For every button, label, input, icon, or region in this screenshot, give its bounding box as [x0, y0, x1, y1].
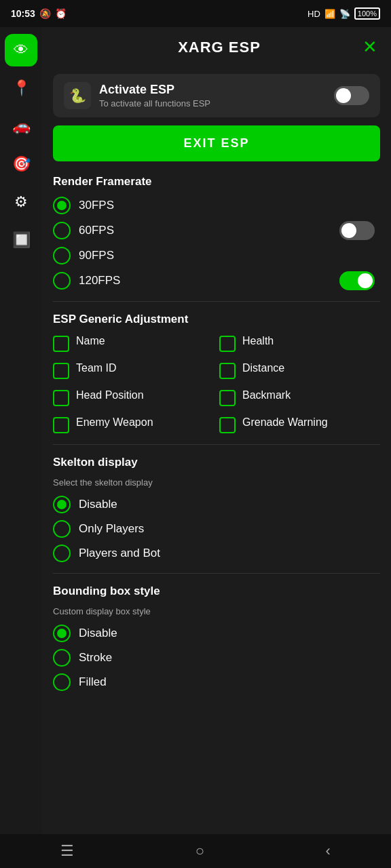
nav-home-button[interactable]: ○	[182, 837, 218, 865]
exit-esp-button[interactable]: EXIT ESP	[53, 125, 380, 161]
bounding-stroke[interactable]: Stroke	[53, 649, 380, 667]
checkbox-backmark-label: Backmark	[242, 389, 291, 403]
checkbox-distance-box	[219, 363, 236, 379]
fps-120-toggle-knob	[358, 273, 373, 288]
checkbox-grenadewarning-label: Grenade Warning	[242, 416, 328, 430]
close-button[interactable]: ✕	[362, 37, 377, 58]
sidebar-item-location[interactable]: 📍	[5, 72, 37, 104]
fps-120-item[interactable]: 120FPS	[53, 272, 120, 290]
checkbox-backmark[interactable]: Backmark	[219, 389, 380, 406]
bounding-box-section: Bounding box style Custom display box st…	[53, 585, 380, 691]
checkbox-headposition-label: Head Position	[76, 389, 144, 403]
nav-back-button[interactable]: ‹	[312, 837, 343, 865]
status-right: HD 📶 📡 100%	[308, 7, 380, 20]
status-bar: 10:53 🔕 ⏰ HD 📶 📡 100%	[0, 0, 391, 27]
snake-icon: 🐍	[69, 87, 86, 104]
sidebar-item-chip[interactable]: 🔲	[5, 224, 37, 256]
fps-90-radio	[53, 247, 71, 264]
bounding-title: Bounding box style	[53, 585, 380, 598]
activate-toggle[interactable]	[334, 86, 369, 105]
fps-60-toggle-knob	[341, 223, 356, 238]
esp-checkbox-grid: Name Health Team ID Distance	[53, 334, 380, 433]
bounding-stroke-radio	[53, 649, 71, 667]
checkbox-enemyweapon[interactable]: Enemy Weapon	[53, 416, 214, 433]
checkbox-health-label: Health	[242, 334, 274, 349]
bounding-disable[interactable]: Disable	[53, 625, 380, 642]
fps-30-radio	[53, 197, 71, 214]
signal-icon: 📶	[324, 9, 335, 19]
activate-esp-row: 🐍 Activate ESP To activate all functions…	[53, 74, 380, 117]
checkbox-health[interactable]: Health	[219, 334, 380, 352]
render-framerate-section: Render Framerate 30FPS 60FPS 90F	[53, 175, 380, 290]
divider-2	[53, 444, 380, 445]
sidebar-item-car[interactable]: 🚗	[5, 110, 37, 142]
checkbox-grenadewarning[interactable]: Grenade Warning	[219, 416, 380, 433]
activate-title: Activate ESP	[99, 83, 326, 97]
bounding-disable-label: Disable	[79, 627, 117, 640]
bottom-nav: ☰ ○ ‹	[0, 834, 391, 868]
checkbox-enemyweapon-label: Enemy Weapon	[76, 416, 153, 430]
battery-icon: 100%	[354, 7, 380, 20]
fps-60-toggle[interactable]	[339, 221, 375, 240]
fps-90-item[interactable]: 90FPS	[53, 247, 380, 264]
skelton-desc: Select the skelton display	[53, 477, 380, 488]
skelton-disable-label: Disable	[79, 498, 117, 511]
activate-icon: 🐍	[64, 82, 91, 109]
car-icon: 🚗	[12, 117, 31, 135]
sidebar: 👁 📍 🚗 🎯 ⚙ 🔲	[0, 27, 42, 834]
divider-1	[53, 301, 380, 302]
content-area: 🐍 Activate ESP To activate all functions…	[42, 67, 391, 745]
fps-120-label: 120FPS	[79, 274, 120, 288]
checkbox-name[interactable]: Name	[53, 334, 214, 352]
alarm-icon: ⏰	[55, 8, 67, 19]
skelton-disable-radio	[53, 496, 71, 513]
checkbox-name-box	[53, 336, 69, 352]
skelton-onlyplayers[interactable]: Only Players	[53, 520, 380, 538]
hd-badge: HD	[308, 9, 320, 19]
status-left: 10:53 🔕 ⏰	[11, 8, 67, 19]
header: XARG ESP ✕	[42, 27, 391, 67]
skelton-onlyplayers-radio	[53, 520, 71, 538]
fps-120-row: 120FPS	[53, 271, 380, 290]
main-panel: XARG ESP ✕ 🐍 Activate ESP To activate al…	[42, 27, 391, 834]
checkbox-grenadewarning-box	[219, 417, 236, 433]
skelton-disable[interactable]: Disable	[53, 496, 380, 513]
location-icon: 📍	[12, 79, 31, 97]
checkbox-teamid-box	[53, 363, 69, 379]
render-framerate-title: Render Framerate	[53, 175, 380, 189]
fps-120-toggle[interactable]	[339, 271, 375, 290]
checkbox-headposition[interactable]: Head Position	[53, 389, 214, 406]
wifi-icon: 📡	[339, 9, 350, 19]
activate-desc: To activate all functions ESP	[99, 98, 326, 108]
fps-60-item[interactable]: 60FPS	[53, 222, 114, 239]
checkbox-name-label: Name	[76, 334, 105, 349]
fps-60-radio	[53, 222, 71, 239]
checkbox-distance[interactable]: Distance	[219, 361, 380, 379]
app-title: XARG ESP	[76, 39, 362, 56]
fps-30-item[interactable]: 30FPS	[53, 197, 380, 214]
skelton-playersbot-label: Players and Bot	[79, 547, 160, 560]
fps-60-row: 60FPS	[53, 221, 380, 240]
mute-icon: 🔕	[39, 8, 51, 19]
target-icon: 🎯	[12, 155, 31, 173]
checkbox-teamid[interactable]: Team ID	[53, 361, 214, 379]
divider-3	[53, 573, 380, 574]
sidebar-item-target[interactable]: 🎯	[5, 148, 37, 180]
eye-icon: 👁	[14, 41, 29, 59]
skelton-title: Skelton display	[53, 456, 380, 469]
checkbox-teamid-label: Team ID	[76, 361, 117, 376]
bounding-filled-radio	[53, 673, 71, 691]
sidebar-item-settings[interactable]: ⚙	[5, 186, 37, 218]
nav-menu-button[interactable]: ☰	[47, 837, 88, 865]
bounding-filled[interactable]: Filled	[53, 673, 380, 691]
checkbox-enemyweapon-box	[53, 417, 69, 433]
sidebar-item-eye[interactable]: 👁	[5, 34, 37, 66]
skelton-display-section: Skelton display Select the skelton displ…	[53, 456, 380, 562]
time-display: 10:53	[11, 8, 35, 19]
settings-icon: ⚙	[14, 193, 28, 211]
skelton-playersbot-radio	[53, 545, 71, 562]
bounding-filled-label: Filled	[79, 675, 107, 689]
checkbox-headposition-box	[53, 390, 69, 406]
skelton-playersbot[interactable]: Players and Bot	[53, 545, 380, 562]
esp-generic-title: ESP Generic Adjustment	[53, 313, 380, 326]
